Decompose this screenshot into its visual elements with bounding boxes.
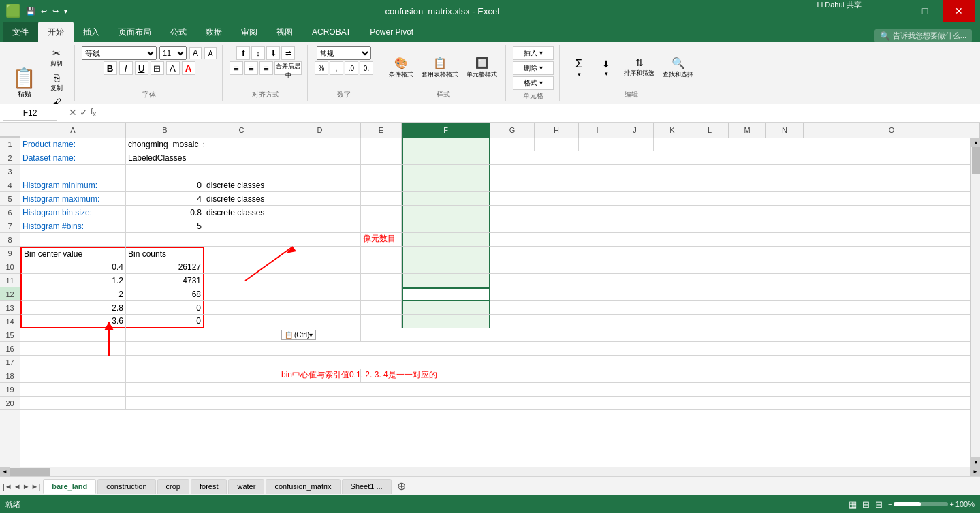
border-button[interactable]: ⊞ <box>151 61 164 75</box>
cell-F13[interactable] <box>402 301 490 315</box>
cell-B18[interactable] <box>126 369 204 383</box>
number-format-select[interactable]: 常规 <box>317 46 371 60</box>
quick-access-undo[interactable]: ↩ <box>41 7 47 16</box>
cell-rest-19[interactable] <box>126 383 970 397</box>
cell-B9[interactable]: Bin counts <box>126 247 204 260</box>
cell-rest-18[interactable] <box>361 369 970 383</box>
cell-G1[interactable] <box>490 138 535 151</box>
cell-D15[interactable]: 📋 (Ctrl)▾ <box>279 328 361 342</box>
cell-rest-10[interactable] <box>490 260 970 274</box>
cell-A6[interactable]: Histogram bin size: <box>20 206 126 219</box>
col-header-L[interactable]: L <box>691 123 729 138</box>
cell-rest-11[interactable] <box>490 274 970 287</box>
cell-A13[interactable]: 2.8 <box>20 301 126 315</box>
cell-B3[interactable] <box>126 165 204 178</box>
cell-rest-1[interactable] <box>654 138 970 151</box>
insert-function-icon[interactable]: fx <box>91 107 96 118</box>
cell-E9[interactable] <box>361 247 402 260</box>
cell-E5[interactable] <box>361 192 402 206</box>
font-size-select[interactable]: 11 <box>159 46 187 60</box>
tab-home[interactable]: 开始 <box>38 22 74 42</box>
cell-B12[interactable]: 68 <box>126 287 204 301</box>
vertical-scrollbar[interactable]: ▲ ▼ <box>970 138 980 467</box>
align-bottom-button[interactable]: ⬇ <box>266 46 280 60</box>
cell-rest-20[interactable] <box>126 397 970 410</box>
cell-C12[interactable] <box>204 287 279 301</box>
cell-F3[interactable] <box>402 165 490 178</box>
cell-D1[interactable] <box>279 138 361 151</box>
row-header-17[interactable]: 17 <box>0 356 20 369</box>
row-header-12[interactable]: 12 <box>0 287 20 301</box>
col-header-J[interactable]: J <box>616 123 654 138</box>
cell-rest-13[interactable] <box>490 301 970 315</box>
cell-rest-5[interactable] <box>490 192 970 206</box>
cell-C8[interactable] <box>204 233 279 247</box>
cell-F5[interactable] <box>402 192 490 206</box>
zoom-in-button[interactable]: + <box>949 500 953 508</box>
cell-E4[interactable] <box>361 178 402 192</box>
row-header-20[interactable]: 20 <box>0 397 20 410</box>
find-select-button[interactable]: 🔍查找和选择 <box>660 55 696 80</box>
format-cell-button[interactable]: 格式 ▾ <box>513 76 554 90</box>
font-family-select[interactable]: 等线 <box>82 46 157 60</box>
row-header-5[interactable]: 5 <box>0 192 20 206</box>
insert-cell-button[interactable]: 插入 ▾ <box>513 46 554 60</box>
cell-E13[interactable] <box>361 301 402 315</box>
cell-rest-8[interactable] <box>490 233 970 247</box>
cell-rest-3[interactable] <box>490 165 970 178</box>
align-middle-button[interactable]: ↕ <box>251 46 265 60</box>
maximize-button[interactable]: □ <box>909 0 941 22</box>
cell-A3[interactable] <box>20 165 126 178</box>
fill-button[interactable]: ⬇▾ <box>594 57 618 78</box>
col-header-G[interactable]: G <box>490 123 535 138</box>
cell-ref-input[interactable]: F12 <box>3 106 57 121</box>
cell-F4[interactable] <box>402 178 490 192</box>
sort-filter-button[interactable]: ⇅排序和筛选 <box>621 56 657 79</box>
cell-rest-6[interactable] <box>490 206 970 219</box>
cell-C10[interactable] <box>204 260 279 274</box>
cell-F10[interactable] <box>402 260 490 274</box>
cell-A20[interactable] <box>20 397 126 410</box>
row-header-3[interactable]: 3 <box>0 165 20 178</box>
cell-D12[interactable] <box>279 287 361 301</box>
tab-page-layout[interactable]: 页面布局 <box>109 22 161 42</box>
cell-F6[interactable] <box>402 206 490 219</box>
font-decrease-button[interactable]: A <box>204 47 217 59</box>
cell-F11[interactable] <box>402 274 490 287</box>
col-header-B[interactable]: B <box>126 123 204 138</box>
cell-A2[interactable]: Dataset name: <box>20 151 126 165</box>
cell-D14[interactable] <box>279 315 361 328</box>
sheet-tab-bare-land[interactable]: bare_land <box>43 479 96 494</box>
cell-rest-9[interactable] <box>490 247 970 260</box>
cell-rest-16[interactable] <box>126 342 970 356</box>
cell-C11[interactable] <box>204 274 279 287</box>
cell-rest-17[interactable] <box>126 356 970 369</box>
sheet-tab-forest[interactable]: forest <box>191 479 227 494</box>
align-left-button[interactable]: ≡ <box>230 61 243 75</box>
close-button[interactable]: ✕ <box>943 0 975 22</box>
cell-C5[interactable]: discrete classes <box>204 192 279 206</box>
cell-A19[interactable] <box>20 383 126 397</box>
delete-cell-button[interactable]: 删除 ▾ <box>513 61 554 75</box>
cell-C1[interactable] <box>204 138 279 151</box>
cells-area[interactable]: Product name: chongming_mosaic_s Dataset… <box>20 138 970 467</box>
fill-color-button[interactable]: A <box>166 61 180 75</box>
tab-power-pivot[interactable]: Power Pivot <box>360 22 423 42</box>
cell-E3[interactable] <box>361 165 402 178</box>
cell-E8[interactable]: 像元数目 <box>361 233 402 247</box>
align-right-button[interactable]: ≡ <box>259 61 273 75</box>
tab-formulas[interactable]: 公式 <box>161 22 196 42</box>
cut-button[interactable]: ✂剪切 <box>44 46 69 69</box>
row-header-4[interactable]: 4 <box>0 178 20 192</box>
minimize-button[interactable]: — <box>875 0 906 22</box>
underline-button[interactable]: U <box>135 61 148 75</box>
horizontal-scrollbar[interactable]: ◄ ► <box>0 467 980 476</box>
bold-button[interactable]: B <box>104 61 117 75</box>
cell-styles-button[interactable]: 🔲单元格样式 <box>464 55 500 80</box>
tab-insert[interactable]: 插入 <box>74 22 109 42</box>
cell-A14[interactable]: 3.6 <box>20 315 126 328</box>
sheet-add-button[interactable]: ⊕ <box>393 480 410 493</box>
align-top-button[interactable]: ⬆ <box>236 46 250 60</box>
scroll-up-button[interactable]: ▲ <box>971 138 980 147</box>
col-header-I[interactable]: I <box>579 123 616 138</box>
